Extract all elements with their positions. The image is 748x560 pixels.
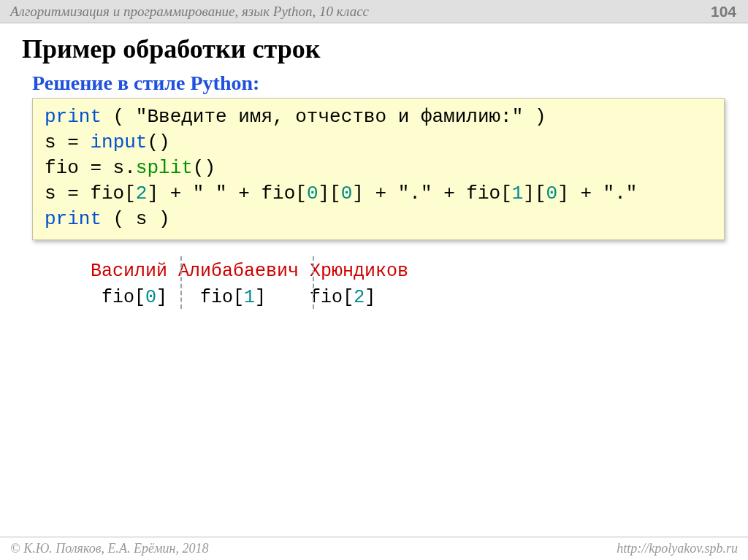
kw-input: input	[90, 131, 147, 153]
name2: Алибабаевич	[178, 261, 299, 282]
slide-title: Пример обработки строк	[22, 34, 726, 64]
code-text: ()	[193, 157, 215, 179]
lbl: ]	[255, 287, 266, 308]
code-block: print ( "Введите имя, отчество и фамилию…	[32, 98, 725, 240]
idx: 0	[145, 287, 156, 308]
page-number: 104	[711, 3, 736, 20]
idx: 2	[354, 287, 365, 308]
idx: 1	[512, 183, 524, 204]
kw-print: print	[45, 106, 102, 128]
footer-bar: © К.Ю. Поляков, Е.А. Ерёмин, 2018 http:/…	[0, 537, 748, 560]
idx: 0	[307, 183, 318, 204]
code-text: s = fio[	[45, 183, 136, 204]
slide-content: Пример обработки строк Решение в стиле P…	[0, 23, 748, 310]
idx: 0	[546, 183, 558, 204]
example-names: Василий Алибабаевич Хрюндиков	[91, 259, 726, 284]
code-text: ][	[523, 183, 546, 204]
kw-print: print	[45, 208, 102, 230]
lbl: fio[	[266, 287, 354, 308]
lbl: ]	[365, 287, 375, 308]
footer-copyright: © К.Ю. Поляков, Е.А. Ерёмин, 2018	[10, 541, 208, 556]
example-labels: fio[0] fio[1] fio[2]	[91, 285, 726, 310]
header-bar: Алгоритмизация и программирование, язык …	[0, 0, 748, 23]
separator	[313, 256, 314, 309]
idx: 2	[136, 183, 148, 204]
code-text: ] + " " + fio[	[147, 183, 306, 204]
lbl: ]	[156, 287, 167, 308]
idx: 1	[244, 287, 255, 308]
code-text: ] + "." + fio[	[352, 183, 511, 204]
idx: 0	[341, 183, 353, 204]
code-text: ] + "."	[557, 183, 637, 204]
code-text: ][	[318, 183, 340, 204]
lbl: fio[	[91, 287, 145, 308]
footer-url: http://kpolyakov.spb.ru	[617, 541, 738, 556]
code-text: ( "Введите имя, отчество и фамилию:" )	[102, 106, 546, 128]
slide-subtitle: Решение в стиле Python:	[32, 72, 726, 95]
kw-split: split	[136, 157, 193, 179]
example-block: Василий Алибабаевич Хрюндиков fio[0] fio…	[22, 259, 726, 310]
lbl: fio[	[167, 287, 244, 308]
code-text: s =	[45, 131, 90, 153]
name1: Василий	[91, 261, 167, 282]
code-text: ()	[147, 131, 169, 153]
separator	[180, 256, 182, 309]
name3: Хрюндиков	[310, 261, 408, 282]
code-text: fio = s.	[45, 157, 136, 179]
code-text: ( s )	[102, 208, 170, 230]
course-title: Алгоритмизация и программирование, язык …	[10, 4, 369, 20]
